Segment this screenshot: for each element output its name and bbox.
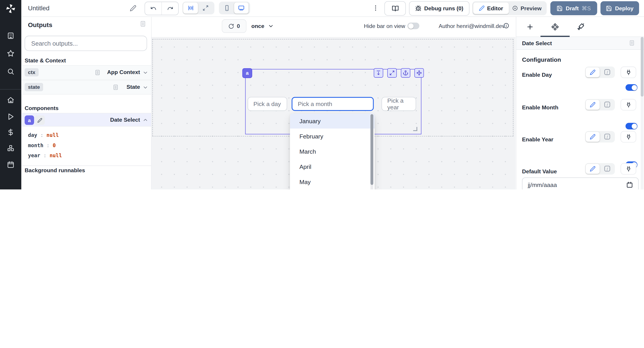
edit-title-pencil-icon[interactable]: [130, 5, 136, 12]
component-tag[interactable]: a: [242, 68, 252, 78]
run-mode-label[interactable]: once: [251, 23, 264, 29]
left-rail: [0, 0, 22, 190]
outputs-doc-icon[interactable]: [140, 20, 146, 27]
tab-preview[interactable]: Preview: [509, 2, 545, 14]
output-kv-row[interactable]: day : null: [22, 130, 151, 140]
connect-plug-button[interactable]: [620, 67, 636, 78]
state-row[interactable]: state State: [22, 80, 151, 94]
function-mode-icon[interactable]: f: [603, 132, 611, 140]
outputs-title: Outputs: [28, 22, 52, 29]
output-kv-row[interactable]: month : 0: [22, 140, 151, 150]
chevron-down-icon[interactable]: [142, 70, 148, 76]
search-icon[interactable]: [7, 68, 14, 75]
favorites-star-icon[interactable]: [7, 50, 14, 57]
editor-preview-toggle: Editor Preview: [472, 1, 546, 15]
month-option[interactable]: April: [290, 159, 374, 174]
anchor-icon[interactable]: [401, 68, 410, 78]
enable-year-label: Enable Year: [522, 136, 553, 143]
chevron-up-icon[interactable]: [142, 117, 148, 123]
debug-runs-button[interactable]: Debug runs (0): [409, 1, 469, 16]
app-canvas-area: 0 once Hide bar on view Author henri@win…: [152, 17, 516, 190]
expand-canvas-icon[interactable]: [198, 2, 213, 14]
run-mode-chevron-icon[interactable]: [268, 23, 274, 29]
default-value-date-input[interactable]: jj/mm/aaaa: [522, 177, 639, 190]
fullscreen-icon[interactable]: [387, 68, 397, 78]
component-id-badge: a: [24, 116, 34, 125]
month-option[interactable]: March: [290, 144, 374, 159]
editor-mode-segment: f: [585, 131, 615, 142]
enable-day-label: Enable Day: [522, 72, 552, 78]
author-info-icon[interactable]: [503, 22, 510, 29]
desktop-view-icon[interactable]: [234, 2, 248, 14]
month-option[interactable]: January: [290, 114, 374, 128]
redo-icon[interactable]: [162, 2, 178, 15]
search-outputs-input[interactable]: [24, 36, 147, 51]
calendar-icon[interactable]: [626, 182, 633, 188]
settings-scrollbar-thumb[interactable]: [641, 37, 644, 96]
svg-text:f: f: [607, 70, 608, 74]
styling-tab-brush-icon[interactable]: [577, 22, 585, 30]
function-mode-icon[interactable]: f: [603, 101, 611, 108]
workspace-icon[interactable]: [7, 32, 14, 39]
home-icon[interactable]: [7, 96, 14, 104]
add-component-tab-plus-icon[interactable]: [526, 23, 534, 31]
month-option[interactable]: May: [290, 174, 374, 190]
outputs-panel: Outputs State & Context ctx App Context …: [22, 17, 152, 190]
undo-icon[interactable]: [145, 2, 162, 15]
resize-handle[interactable]: [413, 127, 417, 131]
variables-dollar-icon[interactable]: [7, 128, 14, 136]
component-settings-tab-icon[interactable]: [551, 23, 559, 31]
runs-play-icon[interactable]: [7, 113, 14, 120]
settings-component-title: Date Select: [522, 40, 552, 46]
background-runnables-heading: Background runnables: [24, 167, 85, 174]
chevron-down-icon[interactable]: [142, 84, 148, 90]
year-picker[interactable]: Pick a year: [382, 97, 416, 111]
windmill-logo-icon[interactable]: [5, 3, 16, 14]
tab-editor[interactable]: Editor: [473, 2, 509, 14]
enable-day-toggle[interactable]: [626, 84, 637, 91]
editor-mode-segment: f: [585, 163, 615, 174]
static-pencil-icon[interactable]: [586, 100, 600, 110]
component-outline-toggle[interactable]: [183, 2, 198, 14]
docs-book-button[interactable]: [384, 1, 406, 16]
static-pencil-icon[interactable]: [586, 164, 600, 174]
ctx-row[interactable]: ctx App Context: [22, 65, 151, 80]
settings-panel: Date Select Configuration Enable Day f E…: [516, 17, 644, 190]
resources-boxes-icon[interactable]: [7, 145, 14, 152]
output-kv-row[interactable]: year : null: [22, 150, 151, 160]
deploy-button[interactable]: Deploy: [600, 1, 639, 15]
month-option[interactable]: February: [290, 128, 374, 144]
function-mode-icon[interactable]: f: [603, 165, 611, 173]
doc-icon[interactable]: [112, 84, 119, 90]
expand-down-icon[interactable]: [374, 68, 383, 78]
rename-pencil-icon[interactable]: [35, 116, 45, 125]
schedules-calendar-icon[interactable]: [7, 161, 14, 168]
static-pencil-icon[interactable]: [586, 132, 600, 142]
hide-bar-toggle[interactable]: [408, 22, 419, 29]
refresh-counter-button[interactable]: 0: [222, 19, 246, 33]
doc-icon[interactable]: [94, 69, 100, 76]
function-mode-icon[interactable]: f: [603, 68, 611, 76]
editor-mode-segment: f: [585, 99, 615, 110]
ctx-label: App Context: [107, 69, 140, 75]
mobile-view-icon[interactable]: [220, 2, 234, 14]
dropdown-scrollbar-thumb[interactable]: [370, 114, 374, 185]
day-picker[interactable]: Pick a day: [248, 97, 287, 111]
device-toggle-group: [219, 2, 250, 14]
connect-plug-button[interactable]: [620, 99, 636, 110]
settings-doc-icon[interactable]: [629, 40, 635, 46]
bug-icon: [415, 5, 422, 12]
draft-button[interactable]: Draft ⌘S: [550, 1, 597, 15]
connect-plug-button[interactable]: [620, 131, 636, 142]
connect-plug-button[interactable]: [620, 163, 636, 174]
enable-month-toggle[interactable]: [626, 123, 637, 129]
hide-bar-label: Hide bar on view: [364, 23, 405, 29]
component-row-date-select[interactable]: a Date Select: [22, 113, 151, 126]
kebab-menu-icon[interactable]: [372, 4, 379, 12]
month-picker[interactable]: Pick a month: [292, 97, 374, 111]
move-icon[interactable]: [414, 68, 424, 78]
rail-divider: [0, 89, 22, 90]
static-pencil-icon[interactable]: [586, 67, 600, 77]
draft-shortcut: ⌘S: [582, 5, 591, 12]
debug-runs-label: Debug runs (0): [424, 5, 463, 12]
